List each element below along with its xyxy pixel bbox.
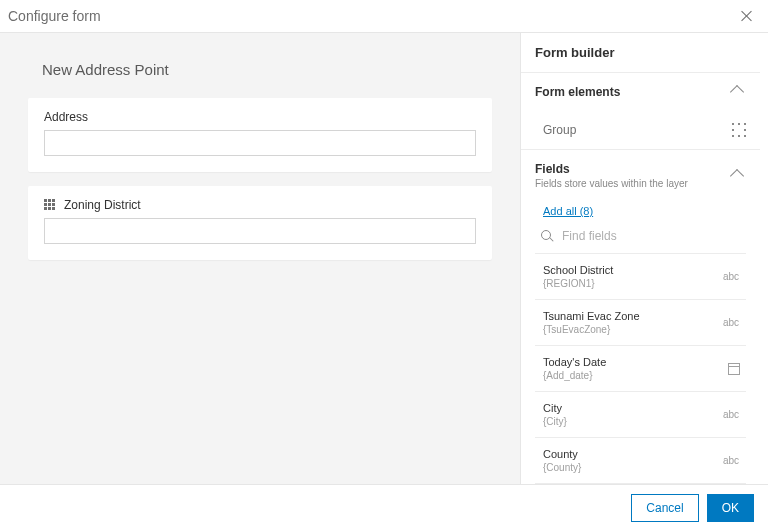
field-card-address[interactable]: Address bbox=[28, 98, 492, 172]
form-elements-header[interactable]: Form elements bbox=[521, 73, 760, 111]
field-item-name: {County} bbox=[543, 462, 581, 473]
group-icon bbox=[732, 123, 746, 137]
form-canvas: New Address Point Address Zoning Distric… bbox=[0, 33, 520, 484]
field-item-name: {Add_date} bbox=[543, 370, 606, 381]
field-type-badge: abc bbox=[722, 317, 740, 328]
field-search-input[interactable] bbox=[562, 229, 746, 243]
form-elements-section: Form elements Group bbox=[521, 72, 760, 149]
address-input[interactable] bbox=[44, 130, 476, 156]
field-item[interactable]: County{County}abc bbox=[535, 438, 746, 484]
field-label: Address bbox=[44, 110, 88, 124]
field-card-zoning[interactable]: Zoning District bbox=[28, 186, 492, 260]
form-title: New Address Point bbox=[42, 61, 492, 78]
element-group[interactable]: Group bbox=[521, 111, 760, 149]
field-item[interactable]: Today's Date{Add_date} bbox=[535, 346, 746, 392]
field-search bbox=[535, 225, 746, 253]
field-type-badge: abc bbox=[722, 271, 740, 282]
close-icon[interactable] bbox=[740, 9, 754, 23]
section-title: Form elements bbox=[535, 85, 620, 99]
sidebar-title: Form builder bbox=[521, 33, 768, 72]
section-title: Fields bbox=[535, 162, 688, 176]
field-label: Zoning District bbox=[64, 198, 141, 212]
field-item-label: County bbox=[543, 448, 581, 460]
search-icon bbox=[541, 230, 554, 243]
add-all-link[interactable]: Add all (8) bbox=[543, 205, 593, 217]
field-item-label: Tsunami Evac Zone bbox=[543, 310, 640, 322]
modal-footer: Cancel OK bbox=[0, 484, 768, 530]
field-item[interactable]: City{City}abc bbox=[535, 392, 746, 438]
element-label: Group bbox=[543, 123, 576, 137]
configure-form-modal: Configure form New Address Point Address… bbox=[0, 0, 768, 530]
field-item-name: {REGION1} bbox=[543, 278, 613, 289]
modal-header: Configure form bbox=[0, 0, 768, 33]
field-item-name: {City} bbox=[543, 416, 567, 427]
field-type-badge: abc bbox=[722, 455, 740, 466]
field-list: School District{REGION1}abcTsunami Evac … bbox=[535, 253, 746, 484]
domain-grid-icon bbox=[44, 199, 56, 211]
chevron-up-icon bbox=[730, 168, 744, 182]
fields-section: Fields Fields store values within the la… bbox=[521, 149, 760, 484]
field-item-name: {TsuEvacZone} bbox=[543, 324, 640, 335]
sidebar-scroll[interactable]: Form elements Group Fields Fields store … bbox=[521, 72, 768, 484]
field-item-label: City bbox=[543, 402, 567, 414]
section-subtitle: Fields store values within the layer bbox=[535, 178, 688, 189]
field-item-label: Today's Date bbox=[543, 356, 606, 368]
field-item[interactable]: Tsunami Evac Zone{TsuEvacZone}abc bbox=[535, 300, 746, 346]
zoning-input[interactable] bbox=[44, 218, 476, 244]
chevron-up-icon bbox=[730, 85, 744, 99]
fields-header[interactable]: Fields Fields store values within the la… bbox=[521, 150, 760, 201]
field-item-label: School District bbox=[543, 264, 613, 276]
modal-body: New Address Point Address Zoning Distric… bbox=[0, 33, 768, 484]
field-type-badge: abc bbox=[722, 409, 740, 420]
cancel-button[interactable]: Cancel bbox=[631, 494, 698, 522]
ok-button[interactable]: OK bbox=[707, 494, 754, 522]
modal-title: Configure form bbox=[8, 8, 101, 24]
sidebar: Form builder Form elements Group bbox=[520, 33, 768, 484]
field-item[interactable]: School District{REGION1}abc bbox=[535, 254, 746, 300]
calendar-icon bbox=[728, 363, 740, 375]
